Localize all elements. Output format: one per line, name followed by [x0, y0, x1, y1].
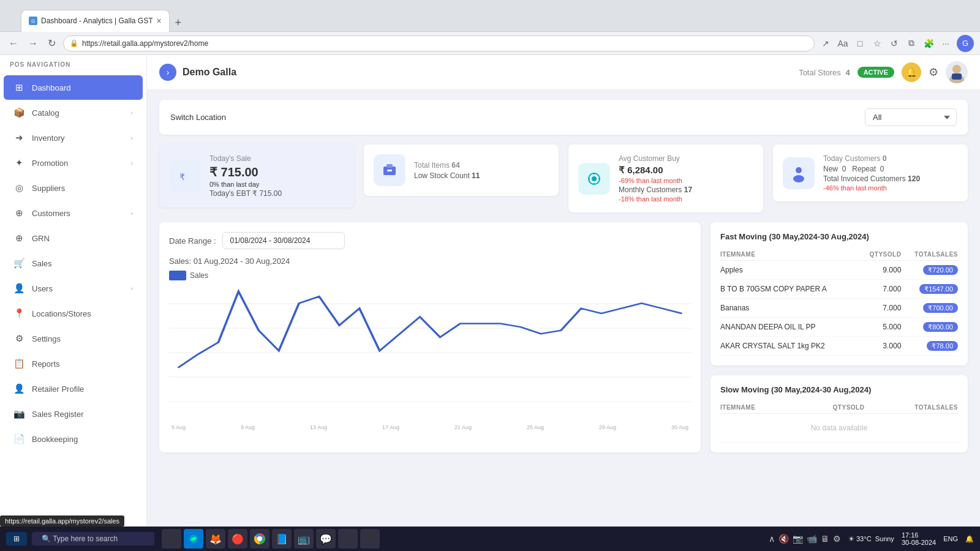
screenshot-icon[interactable]: □	[854, 37, 866, 50]
tab-close-btn[interactable]: ×	[157, 16, 162, 26]
fast-moving-title: Fast Moving (30 May,2024-30 Aug,2024)	[720, 232, 958, 241]
sidebar-item-inventory[interactable]: ➜ Inventory ›	[4, 126, 143, 150]
more-icon[interactable]: ···	[940, 37, 952, 50]
slow-moving-title: Slow Moving (30 May,2024-30 Aug,2024)	[720, 385, 958, 394]
sidebar-item-suppliers[interactable]: ◎ Suppliers	[4, 176, 143, 200]
taskbar-app-app3[interactable]: 🔴	[228, 529, 247, 549]
taskbar-app-task[interactable]: ⊟	[162, 529, 181, 549]
sales-title: Today's Sale	[209, 154, 344, 163]
sidebar-header: POS NAVIGATION	[0, 55, 146, 75]
table-row: Apples 9.000 ₹720.00	[720, 261, 958, 280]
stats-row: ₹ Today's Sale ₹ 715.00 0% than last day…	[159, 144, 968, 212]
table-row: AKAR CRYSTAL SALT 1kg PK2 3.000 ₹78.00	[720, 337, 958, 356]
table-row: B TO B 70GSM COPY PAPER A 7.000 ₹1547.00	[720, 280, 958, 299]
dashboard-body: Switch Location All ₹ Today's S	[147, 90, 980, 551]
refresh-btn[interactable]: ↻	[45, 35, 58, 51]
today-customers-new-repeat: New 0 Repeat 0	[823, 165, 958, 173]
profile-icon[interactable]: G	[957, 35, 974, 52]
notification-btn[interactable]: 🔔	[902, 62, 921, 82]
switch-location-select[interactable]: All	[865, 108, 957, 126]
inventory-title: Total Items 64	[414, 161, 549, 170]
network-icon[interactable]: 📷	[793, 534, 803, 544]
taskbar-app-youtube[interactable]: 📺	[294, 529, 314, 549]
sidebar-label-promotion: Promotion	[32, 159, 123, 168]
camera-icon[interactable]: 📹	[807, 534, 817, 544]
x-label: 21 Aug	[454, 424, 472, 430]
taskbar-apps: ⊟ 🦊 🔴 📘 📺 💬 🛍 🗺	[162, 529, 380, 549]
taskbar-app-edge[interactable]	[184, 529, 203, 549]
sidebar-item-promotion[interactable]: ✦ Promotion ›	[4, 151, 143, 175]
inventory-info: Total Items 64 Low Stock Count 11	[414, 161, 549, 180]
app-header: › Demo Galla Total Stores 4 ACTIVE 🔔 ⚙	[147, 55, 980, 90]
new-tab-btn[interactable]: +	[170, 15, 187, 32]
svg-point-19	[793, 175, 804, 182]
side-panel: Fast Moving (30 May,2024-30 Aug,2024) IT…	[710, 222, 968, 452]
settings-btn[interactable]: ⚙	[929, 66, 938, 79]
slow-col-qtysold: QTYSOLD	[796, 402, 865, 414]
volume-icon[interactable]: 🔇	[778, 534, 789, 544]
start-icon: ⊞	[13, 534, 20, 543]
read-icon[interactable]: Aa	[837, 37, 849, 50]
monitor-icon[interactable]: 🖥	[821, 534, 829, 544]
sidebar-item-sales-register[interactable]: 📷 Sales Register	[4, 402, 143, 426]
sidebar-item-grn[interactable]: ⊕ GRN	[4, 226, 143, 250]
taskbar-app-firefox[interactable]: 🦊	[206, 529, 225, 549]
taskbar-search[interactable]: 🔍 Type here to search	[32, 532, 154, 545]
sidebar-item-customers[interactable]: ⊕ Customers ›	[4, 201, 143, 225]
taskbar-app-chrome[interactable]	[250, 529, 270, 549]
inventory-icon: ➜	[13, 132, 24, 143]
back-btn[interactable]: ←	[6, 36, 21, 51]
taskbar-app-facebook[interactable]: 📘	[272, 529, 292, 549]
taskbar-notifications[interactable]: 🔔	[965, 535, 974, 543]
sidebar-item-users[interactable]: 👤 Users ›	[4, 276, 143, 301]
taskbar-app-store[interactable]: 🛍	[338, 529, 358, 549]
active-badge: ACTIVE	[858, 67, 894, 78]
browser-tabs: G Dashboard - Analytics | Galla GST × +	[21, 0, 974, 32]
today-customers-icon	[783, 157, 815, 189]
nav-icons: ↗ Aa □ ☆ ↺ ⧉ 🧩 ··· G	[820, 35, 974, 52]
sidebar-item-reports[interactable]: 📋 Reports	[4, 351, 143, 376]
x-label: 5 Aug	[172, 424, 186, 430]
taskbar-app-skype[interactable]: 💬	[316, 529, 336, 549]
refresh2-icon[interactable]: ↺	[888, 37, 900, 50]
svg-text:₹: ₹	[179, 172, 185, 182]
svg-rect-3	[952, 73, 962, 80]
system-tray-up[interactable]: ∧	[769, 534, 775, 544]
sidebar-item-sales[interactable]: 🛒 Sales	[4, 251, 143, 276]
sidebar-item-catalog[interactable]: 📦 Catalog ›	[4, 100, 143, 125]
sidebar-item-settings[interactable]: ⚙ Settings	[4, 326, 143, 351]
svg-point-2	[953, 66, 960, 73]
sidebar-label-inventory: Inventory	[32, 133, 123, 143]
sidebar-items: ⊞ Dashboard 📦 Catalog › ➜ Inventory › ✦ …	[0, 75, 146, 452]
chart-legend: Sales	[169, 271, 691, 280]
sidebar-label-catalog: Catalog	[32, 108, 123, 118]
split-icon[interactable]: ⧉	[905, 37, 918, 50]
sidebar-label-reports: Reports	[32, 359, 133, 369]
sidebar-item-bookkeeping[interactable]: 📄 Bookkeeping	[4, 427, 143, 451]
table-row: Bananas 7.000 ₹700.00	[720, 299, 958, 318]
date-range-input[interactable]	[222, 232, 345, 249]
table-row: ANANDAN DEEPA OIL IL PP 5.000 ₹800.00	[720, 318, 958, 337]
sidebar-label-bookkeeping: Bookkeeping	[32, 435, 133, 444]
sidebar-label-users: Users	[32, 284, 123, 293]
forward-btn[interactable]: →	[26, 36, 40, 51]
address-bar[interactable]: 🔒 https://retail.galla.app/mystorev2/hom…	[63, 36, 815, 51]
slow-moving-table: ITEMNAME QTYSOLD TOTALSALES No data avai…	[720, 402, 958, 443]
sidebar-item-retailer-profile[interactable]: 👤 Retailer Profile	[4, 377, 143, 401]
settings-icon: ⚙	[13, 333, 24, 344]
stat-card-avg-customer: Avg Customer Buy ₹ 6,284.00 -69% than la…	[568, 144, 763, 212]
sidebar-toggle-btn[interactable]: ›	[159, 64, 176, 81]
share-icon[interactable]: ↗	[820, 37, 832, 50]
avatar[interactable]	[946, 61, 968, 83]
browser-chrome: G Dashboard - Analytics | Galla GST × +	[0, 0, 980, 32]
favorites-icon[interactable]: ☆	[871, 37, 883, 50]
settings-icon[interactable]: ⚙	[833, 534, 841, 544]
users-icon: 👤	[13, 283, 24, 294]
sidebar-item-dashboard[interactable]: ⊞ Dashboard	[4, 75, 143, 100]
sidebar: POS NAVIGATION ⊞ Dashboard 📦 Catalog › ➜…	[0, 55, 147, 551]
browser-ext-icon[interactable]: 🧩	[922, 37, 935, 50]
start-button[interactable]: ⊞	[6, 532, 27, 545]
active-tab[interactable]: G Dashboard - Analytics | Galla GST ×	[21, 10, 170, 32]
sidebar-item-locations[interactable]: 📍 Locations/Stores	[4, 301, 143, 326]
taskbar-app-maps[interactable]: 🗺	[360, 529, 380, 549]
